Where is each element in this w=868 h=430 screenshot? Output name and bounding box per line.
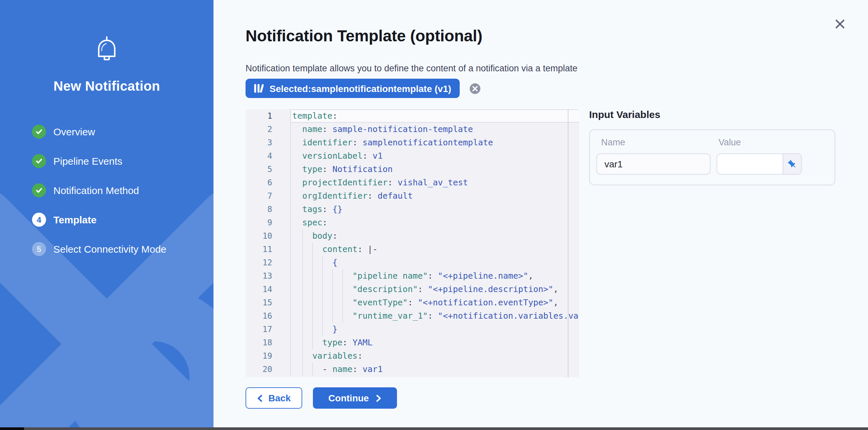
sidebar-step-pipeline-events[interactable]: Pipeline Events [32,154,214,168]
template-step-panel: Notification Template (optional) Notific… [214,0,868,430]
input-variable-row [590,153,835,175]
editor-line-11[interactable]: 11content: |- [246,243,579,256]
editor-line-4[interactable]: 4versionLabel: v1 [246,149,579,163]
template-library-icon [254,83,264,93]
code-text: "eventType": "<+notification.eventType>"… [290,296,579,309]
step-label: Notification Method [53,185,139,196]
continue-button[interactable]: Continue [313,387,397,409]
editor-line-3[interactable]: 3identifier: samplenotificationtemplate [246,136,579,149]
line-number: 19 [246,349,272,363]
editor-line-17[interactable]: 17} [246,323,579,336]
sidebar-step-select-connectivity-mode[interactable]: 5Select Connectivity Mode [32,242,214,256]
step-label: Pipeline Events [53,155,122,167]
line-number: 16 [246,309,272,323]
wizard-sidebar: New Notification OverviewPipeline Events… [0,0,214,430]
editor-line-8[interactable]: 8tags: {} [246,203,579,216]
editor-line-18[interactable]: 18type: YAML [246,336,579,349]
step-check-icon [32,154,46,168]
code-text: type: YAML [290,336,579,349]
column-header-value: Value [718,137,741,147]
code-text: body: [290,229,579,243]
step-number-badge: 5 [32,242,46,256]
code-text: tags: {} [290,203,579,216]
line-number: 3 [246,136,272,149]
line-number: 8 [246,203,272,216]
step-label: Select Connectivity Mode [53,243,166,255]
column-header-name: Name [601,137,625,147]
code-text: template: [290,109,579,123]
selected-template-chip[interactable]: Selected:samplenotificationtemplate (v1) [246,79,460,98]
editor-scrollbar[interactable] [568,109,568,377]
editor-line-7[interactable]: 7orgIdentifier: default [246,189,579,203]
close-icon[interactable] [833,17,847,31]
screen-bottom-bar [0,427,868,430]
line-number: 11 [246,243,272,256]
editor-line-6[interactable]: 6projectIdentifier: vishal_av_test [246,176,579,189]
editor-line-12[interactable]: 12{ [246,256,579,269]
line-number: 7 [246,189,272,203]
sidebar-step-template[interactable]: 4Template [32,213,214,227]
step-number-badge: 4 [32,213,46,227]
editor-lines: 1template:2name: sample-notification-tem… [246,109,579,376]
line-number: 13 [246,269,272,283]
back-button-label: Back [269,393,291,403]
chevron-left-icon [257,394,263,402]
code-text: identifier: samplenotificationtemplate [290,136,579,149]
line-number: 14 [246,283,272,296]
remove-template-icon[interactable] [469,82,482,94]
line-number: 5 [246,163,272,176]
editor-line-9[interactable]: 9spec: [246,216,579,229]
line-number: 20 [246,363,272,376]
code-text: variables: [290,349,579,363]
editor-line-20[interactable]: 20- name: var1 [246,363,579,376]
line-number: 17 [246,323,272,336]
wizard-title: New Notification [0,79,214,94]
editor-line-14[interactable]: 14"description": "<+pipeline.description… [246,283,579,296]
code-text: type: Notification [290,163,579,176]
sidebar-step-notification-method[interactable]: Notification Method [32,183,214,197]
step-check-icon [32,125,46,139]
line-number: 10 [246,229,272,243]
page-subtitle: Notification template allows you to defi… [246,63,578,73]
editor-line-13[interactable]: 13"pipeline name": "<+pipeline.name>", [246,269,579,283]
code-text: content: |- [290,243,579,256]
wizard-steps: OverviewPipeline EventsNotification Meth… [0,125,214,271]
code-text: "runtime_var_1": "<+notification.variabl… [290,309,579,323]
code-text: { [290,256,579,269]
step-label: Overview [53,126,95,137]
sidebar-step-overview[interactable]: Overview [32,125,214,139]
code-text: - name: var1 [290,363,579,376]
line-number: 15 [246,296,272,309]
editor-line-16[interactable]: 16"runtime_var_1": "<+notification.varia… [246,309,579,323]
variable-value-input[interactable] [717,154,783,174]
line-number: 4 [246,149,272,163]
code-text: } [290,323,579,336]
step-check-icon [32,183,46,197]
line-number: 1 [246,109,272,123]
variable-name-input [596,153,711,175]
editor-line-5[interactable]: 5type: Notification [246,163,579,176]
back-button[interactable]: Back [246,387,302,409]
pin-button[interactable] [783,154,801,174]
chevron-right-icon [376,394,382,402]
input-variables-box: Name Value [589,129,835,185]
line-number: 12 [246,256,272,269]
input-variables-title: Input Variables [589,109,660,120]
line-number: 6 [246,176,272,189]
editor-line-1[interactable]: 1template: [246,109,579,123]
selected-template-label: Selected:samplenotificationtemplate (v1) [270,83,451,94]
code-text: versionLabel: v1 [290,149,579,163]
code-text: name: sample-notification-template [290,123,579,136]
editor-line-19[interactable]: 19variables: [246,349,579,363]
editor-line-2[interactable]: 2name: sample-notification-template [246,123,579,136]
step-label: Template [53,214,97,225]
editor-line-10[interactable]: 10body: [246,229,579,243]
editor-line-15[interactable]: 15"eventType": "<+notification.eventType… [246,296,579,309]
line-number: 18 [246,336,272,349]
line-number: 2 [246,123,272,136]
code-text: "description": "<+pipeline.description>"… [290,283,579,296]
yaml-editor[interactable]: 1template:2name: sample-notification-tem… [246,109,579,377]
variable-value-group [717,153,802,175]
selected-template-row: Selected:samplenotificationtemplate (v1) [246,79,482,98]
new-notification-wizard: New Notification OverviewPipeline Events… [0,0,868,430]
